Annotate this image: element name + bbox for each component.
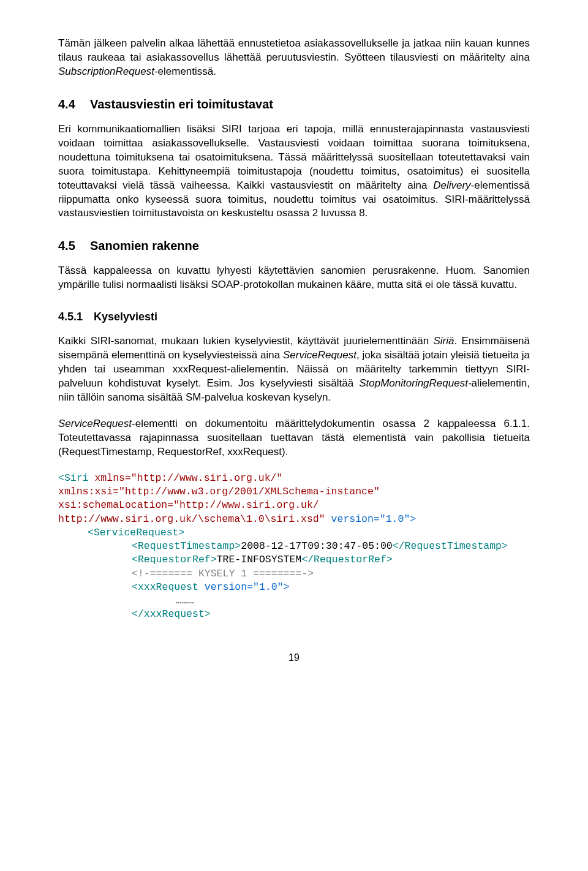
code-comment: <!-======= KYSELY 1 ========-> — [132, 568, 314, 579]
code-tag: <Siri — [58, 472, 94, 484]
code-attr: version="1.0"> — [205, 581, 290, 593]
code-attr: http://www.siri.org.uk/\schema\1.0\siri.… — [58, 513, 331, 525]
paragraph-4-5-1-a: Kaikki SIRI-sanomat, mukaan lukien kysel… — [58, 334, 530, 405]
italic-term: ServiceRequest — [283, 349, 356, 361]
heading-number: 4.5.1 — [58, 311, 94, 323]
heading-4-4: 4.4Vastausviestin eri toimitustavat — [58, 97, 530, 111]
code-tag: <ServiceRequest> — [88, 527, 184, 538]
heading-number: 4.4 — [58, 97, 90, 111]
code-text: TRE-INFOSYSTEM — [217, 554, 302, 565]
heading-title: Sanomien rakenne — [90, 239, 199, 252]
heading-4-5-1: 4.5.1Kyselyviesti — [58, 311, 530, 323]
paragraph-4-4: Eri kommunikaatiomallien lisäksi SIRI ta… — [58, 123, 530, 221]
code-text: ……… — [176, 595, 194, 606]
paragraph-4-5-1-b: ServiceRequest-elementti on dokumentoitu… — [58, 417, 530, 459]
page: Tämän jälkeen palvelin alkaa lähettää en… — [0, 0, 588, 688]
code-tag: <RequestorRef> — [132, 554, 217, 565]
code-attr: xmlns:xsi="http://www.w3.org/2001/XMLSch… — [58, 486, 380, 497]
text: Tämän jälkeen palvelin alkaa lähettää en… — [58, 37, 530, 63]
code-tag: </RequestorRef> — [301, 554, 393, 565]
code-tag: <RequestTimestamp> — [132, 540, 241, 552]
heading-title: Kyselyviesti — [94, 311, 157, 323]
code-attr: version="1.0"> — [331, 513, 417, 525]
heading-title: Vastausviestin eri toimitustavat — [90, 97, 273, 111]
code-tag: </xxxRequest> — [132, 608, 211, 620]
paragraph-intro: Tämän jälkeen palvelin alkaa lähettää en… — [58, 37, 530, 79]
code-attr: xmlns="http://www.siri.org.uk/" — [94, 472, 282, 484]
code-tag: <xxxRequest — [132, 581, 205, 593]
code-tag: </RequestTimestamp> — [393, 540, 508, 552]
paragraph-4-5: Tässä kappaleessa on kuvattu lyhyesti kä… — [58, 264, 530, 292]
text: Kaikki SIRI-sanomat, mukaan lukien kysel… — [58, 335, 433, 347]
italic-term: SubscriptionRequest — [58, 66, 154, 77]
italic-term: Siriä — [433, 335, 454, 347]
text: Tässä kappaleessa on kuvattu lyhyesti kä… — [58, 265, 530, 290]
code-block: <Siri xmlns="http://www.siri.org.uk/" xm… — [58, 472, 530, 622]
heading-4-5: 4.5Sanomien rakenne — [58, 239, 530, 253]
italic-term: Delivery — [433, 179, 470, 191]
code-attr: xsi:schemaLocation="http://www.siri.org.… — [58, 499, 319, 511]
italic-term: StopMonitoringRequest- — [359, 377, 471, 389]
text: -elementissä. — [154, 66, 216, 77]
code-text: 2008-12-17T09:30:47-05:00 — [241, 540, 393, 552]
italic-term: ServiceRequest — [58, 418, 132, 429]
page-number: 19 — [58, 652, 530, 663]
heading-number: 4.5 — [58, 239, 90, 253]
